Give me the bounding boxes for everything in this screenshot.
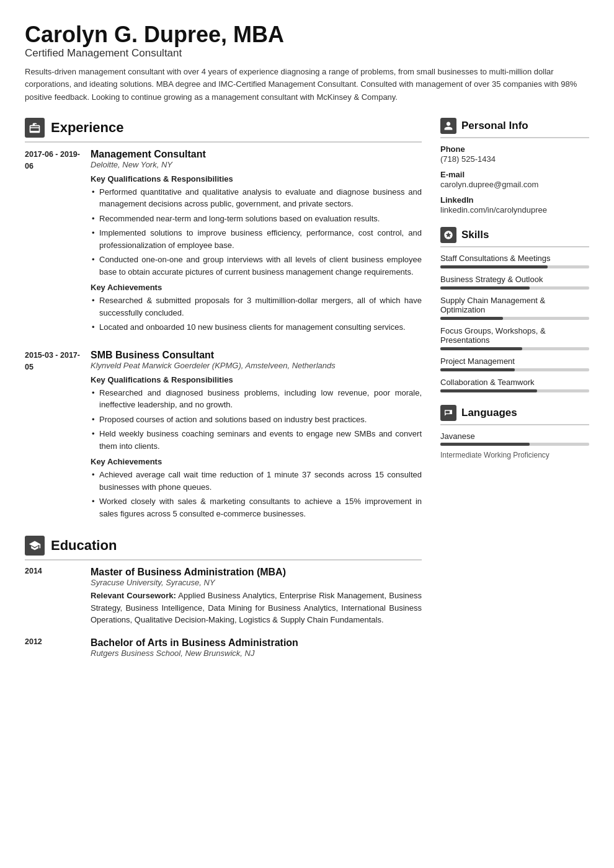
education-title: Education <box>51 538 117 554</box>
exp-ach-item: Worked closely with sales & marketing co… <box>91 495 422 520</box>
exp-content-1: Management Consultant Deloitte, New York… <box>91 149 422 336</box>
skill-name: Supply Chain Management & Optimization <box>440 296 589 314</box>
skill-name: Staff Consultations & Meetings <box>440 254 589 263</box>
exp-ach-label-1: Key Achievements <box>91 283 422 292</box>
personal-info-header: Personal Info <box>440 118 589 138</box>
edu-content-1: Master of Business Administration (MBA) … <box>91 567 422 626</box>
skill-bar-fill <box>440 368 515 371</box>
exp-ach-item: Researched & submitted proposals for 3 m… <box>91 294 422 319</box>
skill-bar-background <box>440 368 589 371</box>
exp-ach-item: Located and onboarded 10 new business cl… <box>91 321 422 334</box>
education-section-header: Education <box>25 536 422 560</box>
exp-qual-item: Recommended near-term and long-term solu… <box>91 213 422 225</box>
personal-info-title: Personal Info <box>461 120 528 132</box>
skill-bar-fill <box>440 286 530 290</box>
exp-content-2: SMB Business Consultant Klynveld Peat Ma… <box>91 350 422 523</box>
experience-entry-1: 2017-06 - 2019-06 Management Consultant … <box>25 149 422 336</box>
main-layout: Experience 2017-06 - 2019-06 Management … <box>25 118 589 674</box>
exp-job-title-1: Management Consultant <box>91 149 422 160</box>
briefcase-icon <box>25 118 45 138</box>
personal-info-section: Personal Info Phone (718) 525-1434 E-mai… <box>440 118 589 215</box>
skill-bar-fill <box>440 265 548 268</box>
skill-bar-background <box>440 265 589 268</box>
experience-section-header: Experience <box>25 118 422 143</box>
edu-degree-1: Master of Business Administration (MBA) <box>91 567 422 578</box>
skill-bar-background <box>440 347 589 350</box>
left-column: Experience 2017-06 - 2019-06 Management … <box>25 118 422 674</box>
education-entry-2: 2012 Bachelor of Arts in Business Admini… <box>25 637 422 660</box>
experience-title: Experience <box>51 120 123 136</box>
skill-name: Collaboration & Teamwork <box>440 378 589 387</box>
skills-header: Skills <box>440 227 589 247</box>
skills-title: Skills <box>461 229 489 241</box>
edu-content-2: Bachelor of Arts in Business Administrat… <box>91 637 422 660</box>
skill-item: Collaboration & Teamwork <box>440 378 589 392</box>
exp-ach-item: Achieved average call wait time reductio… <box>91 469 422 493</box>
experience-section: Experience 2017-06 - 2019-06 Management … <box>25 118 422 523</box>
exp-ach-label-2: Key Achievements <box>91 457 422 466</box>
skill-bar-fill <box>440 389 537 392</box>
linkedin-label: LinkedIn <box>440 195 589 205</box>
exp-qual-item: Implemented solutions to improve busines… <box>91 227 422 251</box>
language-level: Intermediate Working Proficiency <box>440 451 589 459</box>
skill-item: Business Strategy & Outlook <box>440 275 589 290</box>
skills-list: Staff Consultations & Meetings Business … <box>440 254 589 392</box>
right-column: Personal Info Phone (718) 525-1434 E-mai… <box>440 118 589 674</box>
exp-qual-item: Proposed courses of action and solutions… <box>91 414 422 426</box>
language-bar-fill <box>440 443 530 446</box>
skill-bar-background <box>440 286 589 290</box>
exp-date-2: 2015-03 - 2017-05 <box>25 350 81 523</box>
edu-school-1: Syracuse University, Syracuse, NY <box>91 578 422 587</box>
exp-qualifications-1: Performed quantitative and qualitative a… <box>91 186 422 278</box>
skill-name: Project Management <box>440 356 589 366</box>
exp-qualifications-2: Researched and diagnosed business proble… <box>91 387 422 453</box>
skill-item: Focus Groups, Workshops, & Presentations <box>440 326 589 350</box>
skill-bar-background <box>440 389 589 392</box>
exp-qual-item: Researched and diagnosed business proble… <box>91 387 422 411</box>
skills-section: Skills Staff Consultations & Meetings Bu… <box>440 227 589 392</box>
edu-school-2: Rutgers Business School, New Brunswick, … <box>91 649 422 658</box>
linkedin-item: LinkedIn linkedin.com/in/carolyndupree <box>440 195 589 215</box>
phone-label: Phone <box>440 144 589 154</box>
graduation-icon <box>25 536 45 556</box>
languages-title: Languages <box>461 407 517 419</box>
exp-achievements-1: Researched & submitted proposals for 3 m… <box>91 294 422 334</box>
candidate-summary: Results-driven management consultant wit… <box>25 66 589 104</box>
education-entry-1: 2014 Master of Business Administration (… <box>25 567 422 626</box>
languages-section: Languages Javanese Intermediate Working … <box>440 405 589 459</box>
exp-company-1: Deloitte, New York, NY <box>91 160 422 169</box>
exp-qual-item: Held weekly business coaching seminars a… <box>91 428 422 452</box>
education-section: Education 2014 Master of Business Admini… <box>25 536 422 660</box>
edu-year-2: 2012 <box>25 637 81 660</box>
skill-bar-background <box>440 317 589 320</box>
email-label: E-mail <box>440 170 589 179</box>
skill-name: Focus Groups, Workshops, & Presentations <box>440 326 589 345</box>
exp-job-title-2: SMB Business Consultant <box>91 350 422 361</box>
skill-bar-fill <box>440 317 503 320</box>
exp-company-2: Klynveld Peat Marwick Goerdeler (KPMG), … <box>91 361 422 370</box>
languages-header: Languages <box>440 405 589 425</box>
exp-qual-label-1: Key Qualifications & Responsibilities <box>91 174 422 184</box>
exp-achievements-2: Achieved average call wait time reductio… <box>91 469 422 520</box>
phone-item: Phone (718) 525-1434 <box>440 144 589 164</box>
skill-bar-fill <box>440 347 522 350</box>
exp-date-1: 2017-06 - 2019-06 <box>25 149 81 336</box>
skill-item: Supply Chain Management & Optimization <box>440 296 589 320</box>
experience-entry-2: 2015-03 - 2017-05 SMB Business Consultan… <box>25 350 422 523</box>
resume-header: Carolyn G. Dupree, MBA Certified Managem… <box>25 22 589 104</box>
language-bar-background <box>440 443 589 446</box>
edu-coursework-label: Relevant Coursework: <box>91 591 176 600</box>
email-value: carolyn.dupree@gmail.com <box>440 180 589 189</box>
languages-list: Javanese Intermediate Working Proficienc… <box>440 432 589 459</box>
language-icon <box>440 405 456 421</box>
language-name: Javanese <box>440 432 589 441</box>
skill-item: Staff Consultations & Meetings <box>440 254 589 268</box>
exp-qual-label-2: Key Qualifications & Responsibilities <box>91 375 422 384</box>
skill-item: Project Management <box>440 356 589 371</box>
exp-qual-item: Performed quantitative and qualitative a… <box>91 186 422 210</box>
phone-value: (718) 525-1434 <box>440 154 589 164</box>
edu-coursework-1: Relevant Coursework: Applied Business An… <box>91 590 422 626</box>
edu-degree-2: Bachelor of Arts in Business Administrat… <box>91 637 422 649</box>
linkedin-value: linkedin.com/in/carolyndupree <box>440 205 589 215</box>
skill-name: Business Strategy & Outlook <box>440 275 589 284</box>
